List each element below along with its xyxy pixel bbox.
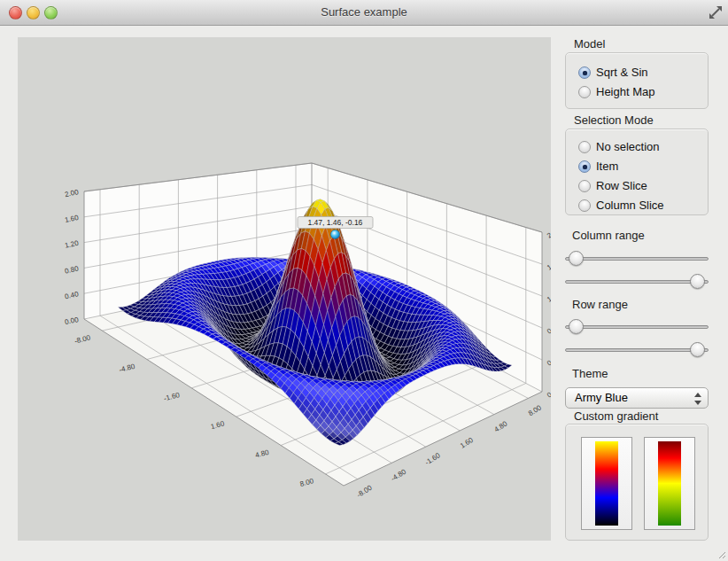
stepper-arrows-icon [693, 392, 701, 406]
radio-option-row-slice[interactable]: Row Slice [578, 178, 708, 195]
axis-label: -1.60 [163, 391, 181, 403]
slider-thumb[interactable] [690, 342, 705, 357]
axis-label: 4.80 [254, 448, 270, 460]
axis-label: 1.60 [210, 419, 226, 431]
model-group-label: Model [574, 37, 605, 51]
slider-track[interactable] [565, 257, 709, 261]
axis-label: -4.80 [118, 362, 136, 375]
gradient-two-button[interactable] [644, 437, 695, 530]
window-title: Surface example [0, 5, 728, 19]
column-range-min-slider[interactable] [565, 251, 709, 267]
column-range-label: Column range [572, 229, 645, 242]
axis-label: 1.20 [546, 289, 551, 304]
radio-option-label: Column Slice [596, 199, 664, 212]
axis-label: 0.40 [64, 290, 80, 300]
selection-mode-group-label: Selection Mode [574, 113, 654, 127]
selection-label: 1.47, 1.46, -0.16 [298, 217, 373, 229]
axis-label: 1.60 [546, 257, 551, 272]
gradient-two-swatch [658, 441, 681, 526]
selection-mode-groupbox: No selectionItemRow SliceColumn Slice [565, 129, 709, 215]
axis-label: -1.60 [423, 451, 442, 467]
axis-label: -8.00 [74, 333, 91, 346]
radio-icon[interactable] [578, 141, 591, 153]
radio-selected-icon[interactable] [578, 160, 591, 173]
title-bar[interactable]: Surface example [0, 0, 728, 26]
theme-selected-value: Army Blue [575, 391, 628, 404]
resize-grip[interactable] [716, 549, 726, 559]
axis-label: 1.60 [459, 436, 475, 450]
slider-thumb[interactable] [569, 251, 584, 266]
row-range-label: Row range [572, 298, 628, 311]
radio-option-height-map[interactable]: Height Map [578, 84, 708, 101]
radio-option-label: Sqrt & Sin [596, 66, 648, 79]
axis-label: -8.00 [355, 484, 374, 500]
radio-icon[interactable] [578, 86, 591, 98]
row-range-min-slider[interactable] [565, 319, 709, 335]
radio-option-item[interactable]: Item [578, 159, 708, 175]
axis-label: 1.60 [64, 214, 80, 224]
radio-selected-icon[interactable] [578, 66, 591, 79]
radio-option-label: Item [596, 160, 618, 173]
axis-label: 2.00 [64, 188, 80, 199]
axis-label: 0.80 [546, 321, 551, 336]
selection-mode-radio-group: No selectionItemRow SliceColumn Slice [566, 139, 708, 217]
radio-option-label: Height Map [596, 85, 654, 98]
custom-gradient-group-label: Custom gradient [574, 409, 658, 423]
slider-track[interactable] [565, 348, 709, 352]
surface-plot[interactable]: -8.00-4.80-1.601.604.808.00-8.00-4.80-1.… [18, 37, 551, 541]
model-groupbox: Sqrt & SinHeight Map [565, 52, 709, 109]
axis-label: -4.80 [390, 467, 408, 483]
slider-track[interactable] [565, 280, 709, 284]
gradient-one-button[interactable] [581, 437, 632, 530]
gradient-one-swatch [595, 441, 618, 526]
radio-option-label: Row Slice [596, 179, 647, 192]
radio-option-column-slice[interactable]: Column Slice [578, 198, 708, 214]
svg-text:1.47, 1.46, -0.16: 1.47, 1.46, -0.16 [307, 218, 362, 227]
axis-label: 0.00 [64, 316, 80, 326]
radio-icon[interactable] [578, 199, 591, 212]
slider-track[interactable] [565, 325, 709, 329]
slider-thumb[interactable] [569, 319, 584, 334]
axis-label: 8.00 [299, 477, 315, 488]
column-range-max-slider[interactable] [565, 274, 709, 290]
radio-option-no-selection[interactable]: No selection [578, 139, 708, 156]
app-window: { "window": { "title": "Surface example"… [0, 0, 728, 561]
theme-label: Theme [572, 367, 608, 380]
axis-label: 0.40 [546, 353, 551, 368]
axis-label: 0.00 [546, 385, 551, 400]
axis-label: 4.80 [492, 419, 508, 433]
radio-option-label: No selection [596, 140, 660, 153]
radio-icon[interactable] [578, 180, 591, 192]
axis-label: 8.00 [527, 403, 543, 417]
axis-label: 1.20 [64, 239, 80, 250]
row-range-max-slider[interactable] [565, 342, 709, 358]
fullscreen-icon[interactable] [709, 5, 723, 19]
theme-dropdown[interactable]: Army Blue [565, 387, 709, 409]
slider-thumb[interactable] [690, 274, 705, 289]
selection-ball [330, 230, 339, 239]
model-radio-group: Sqrt & SinHeight Map [566, 65, 708, 104]
axis-label: 0.80 [64, 264, 80, 275]
radio-option-sqrt-sin[interactable]: Sqrt & Sin [578, 65, 708, 82]
custom-gradient-groupbox [565, 424, 709, 541]
axis-label: 2.00 [546, 225, 551, 240]
